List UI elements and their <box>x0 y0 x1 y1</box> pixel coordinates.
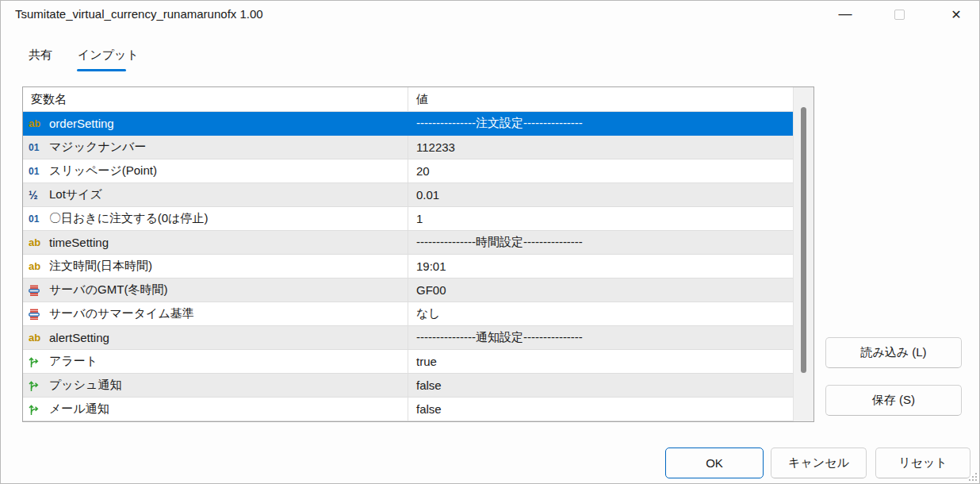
active-tab-indicator <box>77 69 126 71</box>
table-row-order-time[interactable]: ab 注文時間(日本時間) 19:01 <box>23 255 793 278</box>
table-row-mail-notification[interactable]: メール通知 false <box>23 398 793 421</box>
maximize-icon <box>894 10 905 20</box>
row-label: orderSetting <box>49 117 114 130</box>
scrollbar-thumb[interactable] <box>801 107 806 373</box>
table-row-server-dst[interactable]: サーバのサマータイム基準 なし <box>23 302 793 326</box>
ea-inputs-dialog: Tsumitate_virtual_currency_runamarunofx … <box>0 0 980 484</box>
integer-type-icon: 01 <box>29 213 49 225</box>
row-label: Lotサイズ <box>49 187 102 202</box>
row-value[interactable]: なし <box>408 302 793 325</box>
row-value[interactable]: ---------------通知設定--------------- <box>408 326 793 349</box>
row-value[interactable]: GF00 <box>408 278 793 302</box>
row-value[interactable]: 1 <box>408 207 793 230</box>
row-label: マジックナンバー <box>49 140 146 155</box>
tab-inputs[interactable]: インプット <box>78 46 139 65</box>
row-value[interactable]: true <box>408 350 793 373</box>
row-label: alertSetting <box>49 331 109 344</box>
minimize-icon: — <box>839 6 852 22</box>
vertical-scrollbar[interactable] <box>793 87 813 421</box>
table-row-orderSetting[interactable]: ab orderSetting ---------------注文設定-----… <box>23 112 793 136</box>
table-row-timeSetting[interactable]: ab timeSetting ---------------時間設定------… <box>23 231 793 255</box>
inputs-table: 変数名 値 ab orderSetting ---------------注文設… <box>22 86 814 422</box>
column-header-value: 値 <box>408 87 813 111</box>
text-type-icon: ab <box>29 236 49 248</box>
resize-grip[interactable] <box>967 471 977 481</box>
save-button[interactable]: 保存 (S) <box>825 385 962 416</box>
table-row-server-gmt[interactable]: サーバのGMT(冬時間) GF00 <box>23 278 793 302</box>
table-row-magic-number[interactable]: 01 マジックナンバー 112233 <box>23 136 793 159</box>
row-value[interactable]: 0.01 <box>408 183 793 206</box>
table-row-lot-size[interactable]: ½ Lotサイズ 0.01 <box>23 183 793 207</box>
double-type-icon: ½ <box>29 189 49 202</box>
column-header-variable: 変数名 <box>23 92 408 107</box>
row-label: timeSetting <box>49 236 109 249</box>
text-type-icon: ab <box>29 332 49 344</box>
integer-type-icon: 01 <box>29 166 49 177</box>
text-type-icon: ab <box>29 260 49 272</box>
row-value[interactable]: false <box>408 398 793 421</box>
close-button[interactable]: ✕ <box>938 1 974 28</box>
close-icon: ✕ <box>951 7 961 22</box>
ok-button[interactable]: OK <box>665 448 764 478</box>
row-value[interactable]: false <box>408 374 793 397</box>
table-row-push-notification[interactable]: プッシュ通知 false <box>23 374 793 398</box>
cancel-button[interactable]: キャンセル <box>771 448 867 478</box>
row-value[interactable]: 112233 <box>408 136 793 159</box>
row-label: アラート <box>49 354 98 369</box>
row-label: サーバのサマータイム基準 <box>49 306 194 321</box>
tab-bar: 共有 インプット <box>29 46 139 73</box>
bool-type-icon <box>29 379 49 392</box>
table-row-alert[interactable]: アラート true <box>23 350 793 374</box>
table-row-order-interval-days[interactable]: 01 〇日おきに注文する(0は停止) 1 <box>23 207 793 231</box>
table-row-alertSetting[interactable]: ab alertSetting ---------------通知設定-----… <box>23 326 793 350</box>
bool-type-icon <box>29 403 49 416</box>
row-label: 注文時間(日本時間) <box>49 259 152 274</box>
maximize-button[interactable] <box>881 1 917 28</box>
row-label: サーバのGMT(冬時間) <box>49 282 167 298</box>
bool-type-icon <box>29 355 49 368</box>
enum-type-icon <box>29 309 49 320</box>
minimize-button[interactable]: — <box>827 1 863 28</box>
tab-common[interactable]: 共有 <box>29 46 52 65</box>
row-label: 〇日おきに注文する(0は停止) <box>49 211 208 226</box>
row-value[interactable]: ---------------注文設定--------------- <box>408 112 793 135</box>
reset-button[interactable]: リセット <box>875 448 970 478</box>
row-value[interactable]: 20 <box>408 159 793 182</box>
table-row-slippage[interactable]: 01 スリッページ(Point) 20 <box>23 159 793 183</box>
load-button[interactable]: 読み込み (L) <box>825 337 962 368</box>
text-type-icon: ab <box>29 117 49 129</box>
row-value[interactable]: 19:01 <box>408 255 793 278</box>
table-rows: ab orderSetting ---------------注文設定-----… <box>23 112 793 421</box>
row-value[interactable]: ---------------時間設定--------------- <box>408 231 793 254</box>
row-label: メール通知 <box>49 401 109 417</box>
window-title: Tsumitate_virtual_currency_runamarunofx … <box>15 7 263 21</box>
integer-type-icon: 01 <box>29 142 49 153</box>
row-label: プッシュ通知 <box>49 378 121 393</box>
table-header: 変数名 値 <box>23 87 813 112</box>
enum-type-icon <box>29 285 49 296</box>
row-label: スリッページ(Point) <box>49 163 157 179</box>
title-bar[interactable]: Tsumitate_virtual_currency_runamarunofx … <box>1 1 979 29</box>
